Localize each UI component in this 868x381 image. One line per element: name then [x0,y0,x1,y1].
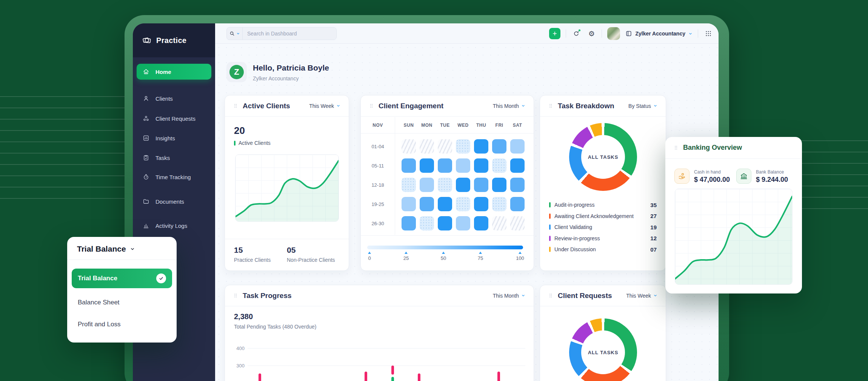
stat-label: Practice Clients [234,257,271,263]
org-selector[interactable]: Zylker Accountancy [625,30,693,37]
decorative-stripe [0,108,125,108]
divider [361,133,534,134]
activity-icon [143,222,149,229]
card-title: Banking Overview [683,144,742,152]
heatmap-week-label: 19-25 [371,201,384,207]
legend-label: Review-in-progress [554,235,600,241]
stat-value: 15 [234,246,271,255]
stopwatch-icon [143,174,149,180]
search-scope-button[interactable] [227,28,243,40]
decorative-stripe [0,198,125,199]
sidebar-item-home[interactable]: Home [137,64,211,80]
drag-handle-icon[interactable] [233,103,238,108]
filter-select[interactable]: By Status [628,103,657,109]
notification-dot [578,29,581,32]
heatmap-cell [474,178,488,192]
org-avatar-letter: Z [229,65,244,79]
filter-select[interactable]: This Week [626,293,657,299]
heatmap-cell [420,178,434,192]
greeting-title: Hello, Patricia Boyle [253,63,329,72]
app-grid-button[interactable] [703,29,713,38]
heatmap-cell [456,178,470,192]
scale-tick-marker [479,252,482,254]
hand-coin-icon [674,169,689,184]
drag-handle-icon[interactable] [548,293,553,298]
task-bar-overdue [259,373,261,381]
legend-row: Under Discussion07 [549,246,657,253]
sidebar-item-client-requests[interactable]: Client Requests [137,111,211,126]
topbar: ⚙ Zylker Accountancy [215,23,719,44]
task-progress-chart: 400300200 [225,285,534,381]
heatmap-month-label: NOV [372,123,383,128]
app-logo-block[interactable]: Practice [133,23,215,57]
decorative-stripe [0,153,125,154]
sidebar-item-activity-logs[interactable]: Activity Logs [137,218,211,234]
legend-value: 35 [650,202,657,208]
report-option-selected[interactable]: Trial Balance [72,269,172,288]
banking-trend-chart [675,189,793,285]
green-tick-bar [234,141,235,146]
sidebar-item-label: Activity Logs [155,223,187,229]
user-avatar[interactable] [607,27,620,40]
report-dropdown-toggle[interactable]: Trial Balance [77,244,135,253]
card-title: Active Clients [243,102,290,110]
topbar-actions: ⚙ Zylker Accountancy [549,23,713,44]
heatmap-cell [402,178,416,192]
client-engagement-card: Client Engagement This Month NOVSUNMONTU… [360,95,534,271]
heatmap-cell [420,197,434,211]
scale-tick-label: 75 [478,255,483,261]
sidebar-item-label: Client Requests [155,115,195,122]
client-stat: 05Non-Practice Clients [287,246,335,263]
decorative-stripe [0,175,125,176]
report-option[interactable]: Balance Sheet [78,299,120,306]
heatmap-cell [492,158,506,173]
divider [395,117,395,235]
sidebar-item-tasks[interactable]: Tasks [137,150,211,166]
legend-row: Client Validating19 [549,223,657,231]
quick-create-button[interactable] [549,28,560,39]
refresh-button[interactable] [571,29,581,38]
task-bar-completed [391,377,394,381]
scale-tick-marker [368,252,371,254]
sidebar-item-documents[interactable]: Documents [137,194,211,209]
heatmap-cell [474,158,488,173]
card-header: Task Breakdown By Status [540,95,666,117]
legend-row: Review-in-progress12 [549,235,657,242]
sidebar-item-label: Tasks [155,155,170,161]
task-breakdown-card: Task Breakdown By Status ALL TASKS Audit… [540,95,666,271]
legend-color-chip [549,247,551,252]
heatmap-cell [402,197,416,211]
sidebar-item-clients[interactable]: Clients [137,91,211,106]
chevron-down-icon [688,32,693,36]
active-clients-card: Active Clients This Week 20 Active Clien… [225,95,349,271]
heatmap-cell [420,139,434,154]
sidebar-item-label: Insights [155,135,175,141]
drag-handle-icon[interactable] [548,103,553,108]
report-dropdown-label: Trial Balance [77,244,126,253]
legend-color-chip [549,236,551,241]
home-icon [143,68,149,75]
tasks-icon [143,154,149,161]
active-clients-trend-chart [235,154,339,222]
heatmap-cell [510,139,525,154]
heatmap-cell [438,158,452,173]
scale-tick-marker [442,252,445,254]
sidebar-item-insights[interactable]: Insights [137,130,211,146]
heatmap-day-label: SAT [513,123,522,128]
donut-center-label: ALL TASKS [588,154,619,160]
report-option[interactable]: Profit and Loss [78,321,120,328]
heatmap-week-label: 05-11 [372,163,384,169]
filter-label: By Status [628,103,651,109]
card-header: Active Clients This Week [225,95,349,117]
plus-icon [552,31,558,37]
filter-select[interactable]: This Week [309,103,340,109]
divider [361,235,534,236]
settings-button[interactable]: ⚙ [586,29,596,38]
sidebar-item-time-tracking[interactable]: Time Tracking [137,169,211,185]
legend-color-chip [549,214,551,219]
drag-handle-icon[interactable] [674,145,679,150]
greeting-subtitle: Zylker Accountancy [253,75,299,81]
search-input[interactable] [243,28,336,40]
y-axis-label: 400 [236,346,245,351]
heatmap-cell [438,197,452,211]
